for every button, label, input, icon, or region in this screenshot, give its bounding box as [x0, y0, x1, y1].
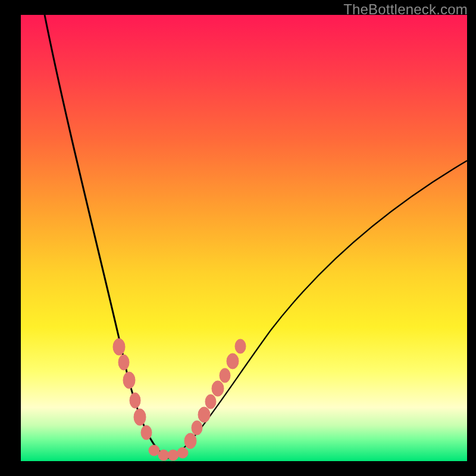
data-dot: [177, 447, 188, 458]
right-curve: [168, 161, 467, 458]
watermark-text: TheBottleneck.com: [343, 1, 468, 18]
left-curve: [45, 15, 168, 458]
data-dot: [134, 409, 146, 425]
data-dot: [118, 355, 129, 370]
data-dot: [212, 381, 224, 396]
plot-area: [21, 15, 467, 461]
dot-layer: [113, 339, 246, 461]
data-dot: [141, 425, 152, 440]
data-dot: [158, 450, 169, 461]
data-dot: [168, 450, 178, 461]
data-dot: [123, 372, 135, 389]
data-dot: [220, 368, 230, 383]
data-dot: [192, 421, 202, 435]
data-dot: [235, 339, 246, 353]
data-dot: [198, 407, 210, 422]
chart-frame: TheBottleneck.com: [0, 0, 476, 476]
data-dot: [130, 393, 140, 408]
data-dot: [113, 339, 125, 355]
data-dot: [227, 353, 239, 369]
curves-svg: [21, 15, 467, 461]
data-dot: [205, 394, 216, 409]
data-dot: [149, 445, 159, 456]
data-dot: [184, 433, 196, 449]
